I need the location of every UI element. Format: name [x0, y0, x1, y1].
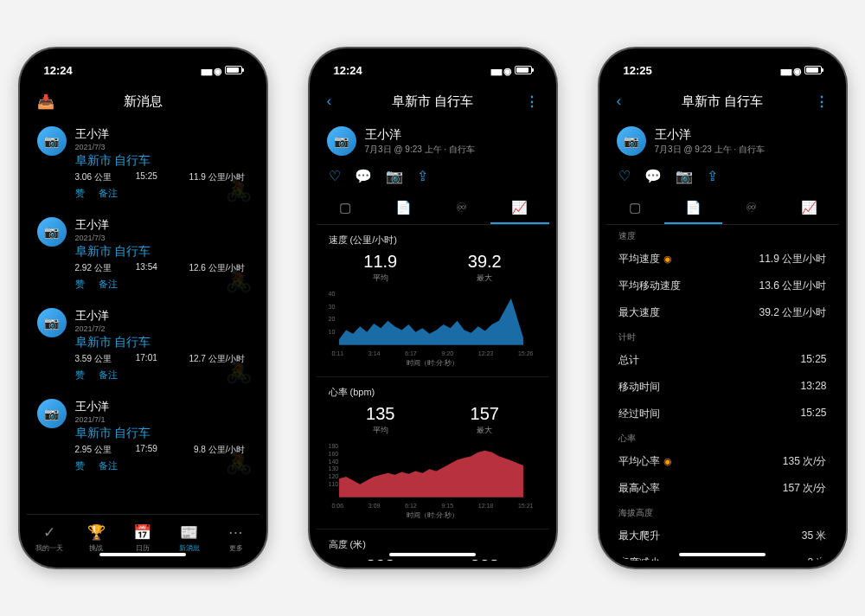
seg-charts[interactable]: 📈 [490, 193, 548, 224]
back-button[interactable]: ‹ [327, 93, 332, 110]
row-avg-speed: 平均速度◉11.9 公里/小时 [606, 246, 839, 273]
bike-icon: 🚴 [225, 358, 253, 385]
feed-distance: 2.92 公里 [75, 262, 112, 274]
more-button[interactable]: ⋮ [525, 93, 539, 110]
status-bar: 12:24 [317, 55, 549, 85]
wifi-icon [214, 64, 222, 77]
row-max-hr: 最高心率157 次/分 [606, 475, 839, 502]
feed-title[interactable]: 阜新市 自行车 [75, 426, 249, 441]
like-button[interactable]: 赞 [75, 187, 85, 200]
back-button[interactable]: ‹ [617, 93, 622, 110]
elev-max: 208 [471, 556, 499, 561]
feed-duration: 13:54 [136, 262, 157, 274]
speed-avg: 11.9 [363, 252, 397, 272]
tab-icon: 🏆 [87, 523, 106, 542]
tab-label: 日历 [136, 543, 150, 553]
feed-title[interactable]: 阜新市 自行车 [75, 153, 249, 169]
share-icon[interactable]: ⇪ [707, 168, 718, 184]
tab-icon: ✓ [43, 523, 55, 542]
hr-section: 心率 (bpm) 135平均 157最大 180160140130120110 … [317, 377, 549, 529]
inbox-icon[interactable]: 📥 [37, 93, 54, 110]
feed-item[interactable]: 王小洋 2021/7/2 阜新市 自行车 3.59 公里17:0112.7 公里… [27, 299, 260, 390]
seg-stats[interactable]: 📄 [375, 193, 432, 224]
feed-date: 2021/7/2 [75, 324, 249, 333]
activity-header: 王小洋 7月3日 @ 9:23 上午 · 自行车 [606, 118, 839, 164]
group-timing: 计时 [606, 326, 839, 347]
row-elapsed: 经过时间15:25 [606, 401, 839, 427]
more-button[interactable]: ⋮ [815, 93, 829, 110]
nav-bar: ‹ 阜新市 自行车 ⋮ [317, 85, 549, 118]
home-indicator[interactable] [389, 553, 476, 556]
avatar[interactable] [617, 126, 646, 156]
tab-label: 新消息 [179, 543, 200, 553]
row-avg-hr: 平均心率◉135 次/分 [606, 448, 839, 475]
speed-chart[interactable]: 40302010 [329, 291, 537, 347]
like-button[interactable]: 赞 [75, 278, 85, 291]
user-name: 王小洋 [365, 127, 539, 143]
location-icon [712, 64, 721, 77]
home-indicator[interactable] [679, 553, 766, 556]
action-bar: ♡ 💬 📷 ⇪ [317, 164, 549, 193]
action-bar: ♡ 💬 📷 ⇪ [606, 164, 839, 193]
feed-user-name: 王小洋 [75, 126, 249, 142]
nav-title: 阜新市 自行车 [682, 93, 763, 110]
activity-header: 王小洋 7月3日 @ 9:23 上午 · 自行车 [317, 118, 549, 164]
bike-icon: 🚴 [225, 176, 253, 203]
note-button[interactable]: 备注 [99, 278, 118, 291]
phone-1: 12:24 📥 新消息 王小洋 2021/7/3 阜新市 自行车 3.06 公里… [20, 48, 266, 568]
share-icon[interactable]: ⇪ [417, 168, 428, 184]
nav-title: 新消息 [124, 93, 163, 110]
like-button[interactable]: 赞 [75, 369, 85, 382]
hr-max: 157 [471, 404, 499, 424]
avatar[interactable] [37, 399, 67, 428]
avatar[interactable] [37, 308, 67, 337]
segment-control: ▢ 📄 ♾ 📈 [317, 193, 549, 225]
group-hr: 心率 [606, 427, 839, 448]
note-button[interactable]: 备注 [99, 187, 118, 200]
nav-bar: ‹ 阜新市 自行车 ⋮ [606, 85, 839, 118]
seg-laps[interactable]: ♾ [432, 193, 490, 224]
feed-date: 2021/7/1 [75, 415, 249, 424]
feed-item[interactable]: 王小洋 2021/7/3 阜新市 自行车 3.06 公里15:2511.9 公里… [27, 118, 260, 209]
wifi-icon [503, 64, 512, 77]
heart-icon[interactable]: ♡ [329, 168, 341, 184]
comment-icon[interactable]: 💬 [355, 168, 372, 184]
hr-avg: 135 [366, 404, 394, 424]
seg-laps[interactable]: ♾ [722, 193, 780, 224]
feed-title[interactable]: 阜新市 自行车 [75, 244, 249, 260]
elev-title: 高度 (米) [329, 538, 537, 551]
avatar[interactable] [327, 126, 356, 156]
feed-item[interactable]: 王小洋 2021/7/3 阜新市 自行车 2.92 公里13:5412.6 公里… [27, 209, 260, 299]
seg-overview[interactable]: ▢ [317, 193, 375, 224]
feed-title[interactable]: 阜新市 自行车 [75, 335, 249, 350]
avatar[interactable] [37, 217, 67, 247]
seg-overview[interactable]: ▢ [606, 193, 664, 224]
seg-charts[interactable]: 📈 [780, 193, 838, 224]
home-indicator[interactable] [99, 553, 186, 556]
camera-icon[interactable]: 📷 [386, 168, 403, 184]
feed-item[interactable]: 王小洋 2021/7/1 阜新市 自行车 2.95 公里17:599.8 公里/… [27, 390, 260, 481]
heart-icon[interactable]: ♡ [618, 168, 631, 184]
seg-stats[interactable]: 📄 [664, 193, 722, 224]
note-button[interactable]: 备注 [99, 369, 118, 382]
note-button[interactable]: 备注 [99, 459, 118, 472]
avatar[interactable] [37, 126, 67, 156]
feed-date: 2021/7/3 [75, 143, 249, 151]
feed-user-name: 王小洋 [75, 217, 249, 233]
like-button[interactable]: 赞 [75, 459, 85, 472]
phone-2: 12:24 ‹ 阜新市 自行车 ⋮ 王小洋 7月3日 @ 9:23 上午 · 自… [310, 48, 556, 568]
comment-icon[interactable]: 💬 [644, 168, 662, 184]
user-name: 王小洋 [655, 127, 829, 143]
status-bar: 12:25 [606, 55, 839, 85]
tab-label: 我的一天 [35, 543, 63, 553]
feed-user-name: 王小洋 [75, 399, 249, 414]
camera-icon[interactable]: 📷 [676, 168, 693, 184]
hr-chart[interactable]: 180160140130120110 [329, 443, 537, 499]
row-max-speed: 最大速度39.2 公里/小时 [606, 299, 839, 326]
feed-user-name: 王小洋 [75, 308, 249, 324]
tab-4[interactable]: ⋯更多 [213, 515, 260, 561]
battery-icon [225, 66, 242, 74]
tab-0[interactable]: ✓我的一天 [27, 515, 74, 561]
speed-section: 速度 (公里/小时) 11.9平均 39.2最大 40302010 0:113:… [317, 225, 549, 377]
location-icon [422, 64, 431, 77]
